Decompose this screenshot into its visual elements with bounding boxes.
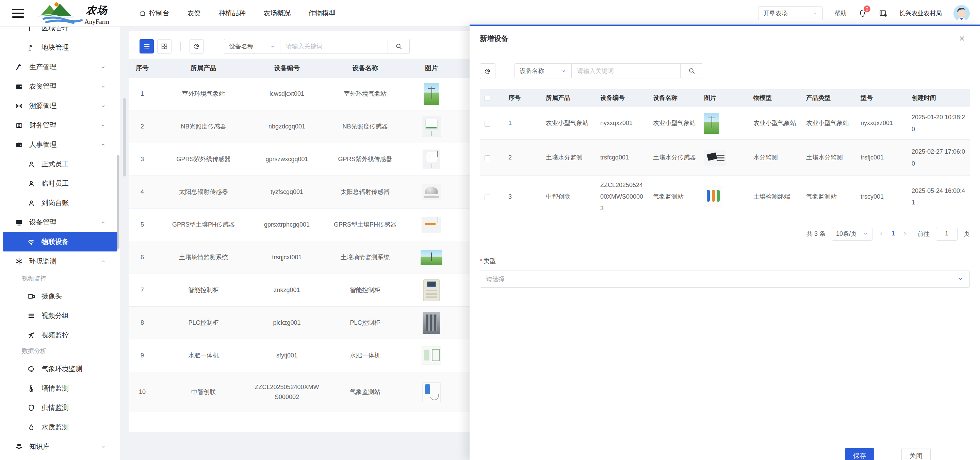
grid-view-button[interactable]: [157, 39, 172, 53]
wifi-icon: [27, 238, 35, 246]
sidebar-item-device-management[interactable]: 设备管理: [0, 212, 120, 232]
user-icon: [27, 180, 35, 188]
device-image[interactable]: [423, 312, 440, 334]
list-icon: [27, 312, 35, 320]
sidebar-item-env-monitoring[interactable]: 环境监测: [0, 251, 120, 271]
sidebar-item-temp-staff[interactable]: 临时员工: [0, 174, 120, 193]
logo-title: 农场: [84, 3, 109, 18]
sidebar-item-agri-materials[interactable]: 农资管理: [0, 77, 120, 96]
type-field-label: *类型: [480, 257, 970, 265]
shield-icon: [27, 404, 35, 412]
sidebar-item-production[interactable]: 生产管理: [0, 57, 120, 77]
sidebar-item-attendance-ledger[interactable]: 到岗台账: [0, 193, 120, 212]
device-image[interactable]: [704, 186, 723, 207]
camera-icon: [27, 292, 35, 300]
sidebar-item-knowledge-base[interactable]: 知识库: [0, 437, 120, 456]
device-image[interactable]: [422, 347, 441, 365]
sidebar-item-video-group[interactable]: 视频分组: [0, 306, 120, 326]
type-select[interactable]: 请选择: [480, 270, 970, 288]
monitor-icon: [15, 219, 23, 227]
nav-item-agri-materials[interactable]: 农资: [187, 8, 201, 18]
farm-select[interactable]: 开垦农场: [758, 6, 823, 20]
device-image[interactable]: [422, 382, 441, 402]
avatar[interactable]: [953, 5, 970, 21]
list-view-button[interactable]: [140, 39, 154, 53]
help-link[interactable]: 帮助: [834, 9, 846, 18]
required-mark: *: [480, 257, 482, 264]
sidebar-item-hr[interactable]: 人事管理: [0, 135, 120, 154]
sidebar-scrollbar[interactable]: [117, 155, 119, 249]
column-settings-button[interactable]: [480, 63, 495, 79]
search-group: 设备名称: [224, 39, 410, 54]
search-button[interactable]: [388, 39, 410, 54]
banknote-icon: [15, 121, 23, 129]
device-image[interactable]: [424, 83, 439, 105]
sidebar-item-weather-env-monitoring[interactable]: 气象环境监测: [0, 359, 120, 379]
menu-toggle-icon[interactable]: [12, 9, 24, 18]
row-checkbox[interactable]: [485, 121, 490, 127]
type-form: *类型 请选择: [480, 257, 970, 288]
nav-item-crop-model[interactable]: 作物模型: [308, 8, 336, 18]
telescope-icon: [27, 331, 35, 339]
search-icon: [688, 67, 695, 75]
nav-item-planting-varieties[interactable]: 种植品种: [218, 8, 246, 18]
sidebar-item-camera[interactable]: 摄像头: [0, 287, 120, 306]
close-icon[interactable]: [958, 35, 966, 42]
search-field-select[interactable]: 设备名称: [224, 39, 280, 54]
search-field-select[interactable]: 设备名称: [514, 63, 572, 78]
next-page-button[interactable]: [902, 231, 908, 237]
select-all-checkbox[interactable]: [485, 95, 490, 101]
goto-page-input[interactable]: [936, 227, 958, 241]
notifications-button[interactable]: 0: [858, 9, 867, 18]
sidebar-item-soil-moisture-monitoring[interactable]: 墒情监测: [0, 379, 120, 398]
device-image[interactable]: [422, 117, 441, 137]
table-row[interactable]: 1 农业小型气象站 nyxxqxz001 农业小型气象站 农业小型气象站 农业小…: [480, 107, 970, 140]
sidebar-item-plot[interactable]: 地块管理: [0, 38, 120, 57]
current-page[interactable]: 1: [891, 230, 896, 237]
search-input[interactable]: [280, 39, 388, 54]
page-size-select[interactable]: 10条/页: [832, 227, 872, 241]
signal-icon: [15, 102, 23, 110]
nav-item-farm-overview[interactable]: 农场概况: [263, 8, 291, 18]
device-image[interactable]: [423, 280, 440, 301]
table-row[interactable]: 2 土壤水分监测 trsfcgq001 土壤水分传感器 水分监测 土壤水分监测 …: [480, 140, 970, 176]
sidebar-item-finance[interactable]: 财务管理: [0, 115, 120, 135]
cloud-rain-icon: [27, 365, 35, 373]
add-device-drawer: 新增设备 设备名称 序号 所属产品 设: [469, 24, 980, 460]
nav-item-dashboard[interactable]: 控制台: [139, 8, 169, 18]
device-image[interactable]: [422, 184, 441, 200]
table-row[interactable]: 3 中智创联 ZZCL2025052400XMWS000003 气象监测站 土壤…: [480, 176, 970, 218]
close-button[interactable]: 关闭: [901, 448, 931, 460]
chevron-down-icon: [100, 103, 106, 109]
prev-page-button[interactable]: [878, 231, 885, 237]
grid-view-icon: [161, 43, 168, 50]
device-image[interactable]: [421, 250, 442, 265]
sidebar-item-iot-devices[interactable]: 物联设备: [3, 232, 118, 251]
device-image[interactable]: [423, 150, 440, 169]
drawer-title: 新增设备: [480, 34, 508, 43]
search-input[interactable]: [572, 63, 681, 78]
row-checkbox[interactable]: [485, 195, 490, 200]
panel-gear-icon[interactable]: [878, 9, 888, 18]
column-settings-button[interactable]: [189, 39, 204, 53]
sidebar-item-water-quality-monitoring[interactable]: 水质监测: [0, 417, 120, 437]
main-nav: 控制台 农资 种植品种 农场概况 作物模型: [139, 8, 336, 18]
search-button[interactable]: [681, 63, 703, 78]
device-image[interactable]: [422, 217, 441, 233]
chevron-down-icon: [100, 64, 106, 70]
device-image[interactable]: [704, 150, 726, 166]
save-button[interactable]: 保存: [845, 448, 874, 460]
sidebar-group-data-analysis: 数据分析: [22, 343, 46, 358]
sidebar-item-formal-staff[interactable]: 正式员工: [0, 154, 120, 174]
sidebar-item-video-monitor[interactable]: 视频监控: [0, 326, 120, 345]
device-image[interactable]: [704, 113, 719, 134]
sidebar-item-pest-monitoring[interactable]: 虫情监测: [0, 398, 120, 417]
sidebar-item-region[interactable]: 区域管理: [0, 27, 120, 38]
home-icon: [139, 10, 146, 17]
row-checkbox[interactable]: [485, 155, 490, 161]
page-scrollbar[interactable]: [123, 98, 126, 177]
sidebar-item-traceability[interactable]: 溯源管理: [0, 96, 120, 115]
snowflake-icon: [15, 257, 23, 265]
sidebar: 区域管理 地块管理 生产管理 农资管理 溯源管理 财务管理 人事管理 正式员工 …: [0, 27, 120, 460]
chevron-up-icon: [100, 258, 106, 264]
